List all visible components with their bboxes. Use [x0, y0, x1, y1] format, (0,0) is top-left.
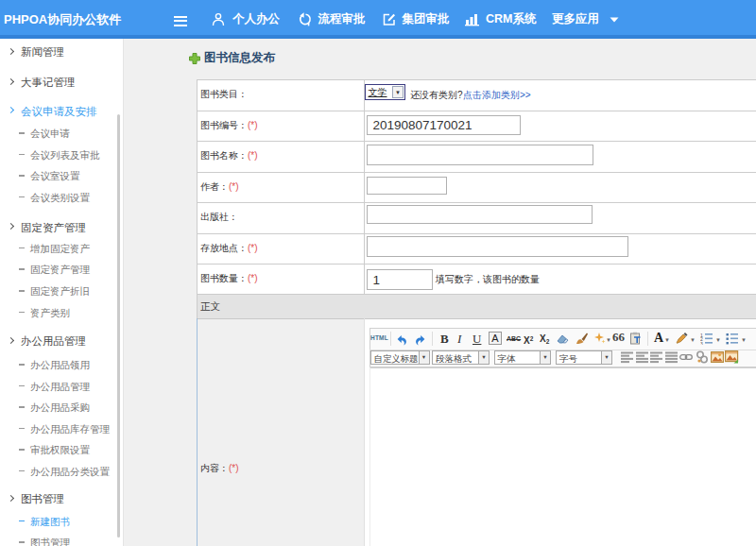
svg-text:3: 3 — [700, 341, 703, 346]
